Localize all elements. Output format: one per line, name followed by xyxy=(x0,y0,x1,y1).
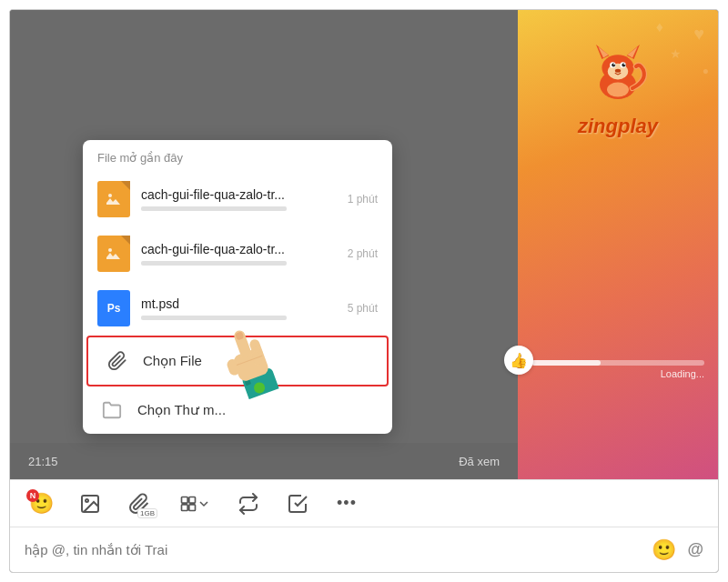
at-mention-button[interactable]: @ xyxy=(687,540,703,559)
zingplay-logo: zingplay xyxy=(578,37,658,138)
paperclip-icon xyxy=(103,346,132,376)
ellipsis-icon: ••• xyxy=(337,494,357,513)
right-panel: ♥ ★ ♦ ● xyxy=(518,10,718,479)
svg-rect-0 xyxy=(105,190,123,208)
svg-rect-33 xyxy=(189,497,196,503)
file-info: cach-gui-file-qua-zalo-tr... xyxy=(141,242,340,266)
file-info: cach-gui-file-qua-zalo-tr... xyxy=(141,187,340,211)
image-button[interactable] xyxy=(74,487,106,520)
left-panel: File mở gần đây cach-gui-file-qua-zalo-t… xyxy=(10,10,518,479)
selector-button[interactable] xyxy=(172,487,216,520)
file-info: mt.psd xyxy=(141,296,340,320)
deco-shape: ● xyxy=(703,65,709,77)
input-bar: 🙂 @ xyxy=(10,527,718,572)
bottom-toolbar: 🙂 N 1GB xyxy=(10,479,718,527)
file-time: 5 phút xyxy=(348,302,378,315)
ps-file-icon: Ps xyxy=(97,290,130,326)
choose-file-label: Chọn File xyxy=(143,353,202,369)
svg-point-13 xyxy=(612,63,615,66)
choose-folder-label: Chọn Thư m... xyxy=(137,402,226,418)
file-progress-bar xyxy=(141,261,287,266)
chevron-down-icon xyxy=(199,499,208,508)
file-time: 2 phút xyxy=(348,247,378,260)
svg-rect-2 xyxy=(105,245,123,263)
message-time: 21:15 xyxy=(28,455,58,468)
zingplay-brand-text: zingplay xyxy=(578,115,658,138)
svg-point-15 xyxy=(613,64,615,65)
file-time: 1 phút xyxy=(348,193,378,206)
app-window: File mở gần đây cach-gui-file-qua-zalo-t… xyxy=(9,9,719,573)
dropdown-section-title: File mở gần đây xyxy=(83,140,392,172)
more-options-button[interactable]: ••• xyxy=(330,487,363,520)
message-info-bar: 21:15 Đã xem xyxy=(10,443,518,479)
storage-badge: 1GB xyxy=(137,508,157,518)
selection-icon xyxy=(179,495,197,513)
svg-point-31 xyxy=(86,499,88,502)
file-progress-bar xyxy=(141,316,287,320)
repeat-button[interactable] xyxy=(232,487,265,520)
check-square-icon xyxy=(287,493,308,515)
image-icon xyxy=(79,493,101,515)
svg-point-17 xyxy=(615,69,621,73)
file-button[interactable]: 1GB xyxy=(123,487,156,520)
choose-folder-item[interactable]: Chọn Thư m... xyxy=(83,386,392,434)
svg-rect-35 xyxy=(189,504,196,510)
emoji-picker-button[interactable]: 🙂 xyxy=(652,538,676,562)
message-input[interactable] xyxy=(25,542,641,557)
notification-badge: N xyxy=(26,489,39,502)
folder-icon xyxy=(97,396,126,425)
svg-rect-34 xyxy=(182,504,188,510)
image-file-icon xyxy=(97,236,130,272)
list-item[interactable]: cach-gui-file-qua-zalo-tr... 1 phút xyxy=(83,172,392,226)
svg-point-3 xyxy=(108,248,112,252)
message-seen-label: Đã xem xyxy=(459,455,500,468)
image-file-icon xyxy=(97,181,130,217)
deco-shape: ♦ xyxy=(656,19,663,35)
repeat-icon xyxy=(238,493,259,515)
svg-point-16 xyxy=(623,64,625,65)
loading-bar-area: Loading... xyxy=(518,351,718,388)
deco-shape: ★ xyxy=(670,46,682,61)
file-progress-bar xyxy=(141,206,287,211)
choose-file-item[interactable]: Chọn File xyxy=(86,336,389,386)
file-name: cach-gui-file-qua-zalo-tr... xyxy=(141,187,323,202)
svg-point-18 xyxy=(607,83,629,97)
check-button[interactable] xyxy=(281,487,314,520)
loading-bar-fill xyxy=(531,360,601,366)
svg-point-14 xyxy=(622,63,625,66)
thumbs-up-button[interactable]: 👍 xyxy=(504,346,533,375)
file-dropdown: File mở gần đây cach-gui-file-qua-zalo-t… xyxy=(83,140,392,434)
loading-bar-background xyxy=(531,360,704,366)
thumbs-up-icon: 👍 xyxy=(510,352,528,369)
svg-rect-32 xyxy=(182,497,188,503)
file-name: mt.psd xyxy=(141,296,323,311)
list-item[interactable]: cach-gui-file-qua-zalo-tr... 2 phút xyxy=(83,226,392,281)
deco-shape: ♥ xyxy=(693,24,704,45)
main-content: File mở gần đây cach-gui-file-qua-zalo-t… xyxy=(10,10,718,479)
list-item[interactable]: Ps mt.psd 5 phút xyxy=(83,281,392,336)
loading-text: Loading... xyxy=(531,368,704,379)
svg-point-1 xyxy=(108,194,112,197)
emoji-button[interactable]: 🙂 N xyxy=(25,487,57,520)
fox-icon xyxy=(581,37,654,110)
file-name: cach-gui-file-qua-zalo-tr... xyxy=(141,242,323,256)
